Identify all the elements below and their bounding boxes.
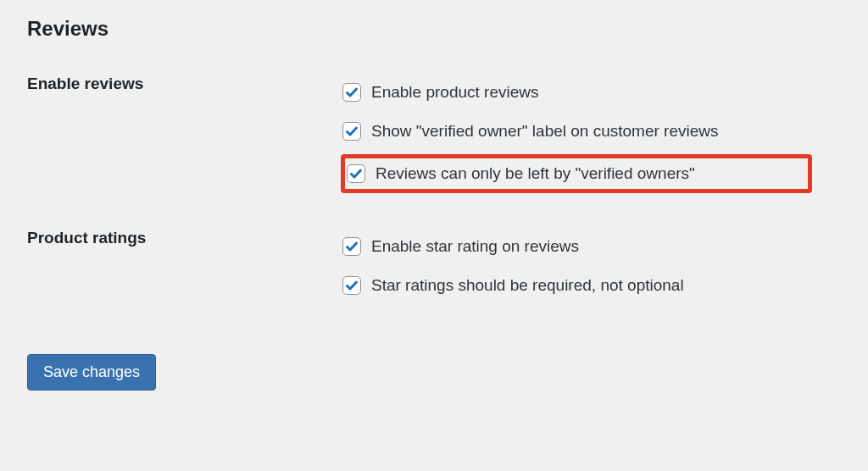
enable-reviews-label: Enable reviews: [27, 73, 341, 93]
product-ratings-label: Product ratings: [27, 227, 341, 247]
checkmark-icon: [345, 125, 359, 138]
settings-form: Enable reviews Enable product reviews Sh…: [27, 73, 841, 305]
verified-owner-label-checkbox[interactable]: [342, 122, 361, 141]
verified-owner-label-field: Show "verified owner" label on customer …: [341, 112, 841, 151]
section-title: Reviews: [27, 17, 841, 41]
enable-star-rating-checkbox[interactable]: [342, 237, 361, 256]
checkmark-icon: [345, 279, 359, 292]
verified-owner-label-text[interactable]: Show "verified owner" label on customer …: [371, 122, 719, 141]
verified-owners-only-label[interactable]: Reviews can only be left by "verified ow…: [376, 164, 695, 183]
verified-owners-only-checkbox[interactable]: [347, 164, 365, 183]
checkmark-icon: [349, 167, 363, 180]
enable-star-rating-field: Enable star rating on reviews: [341, 227, 841, 266]
star-ratings-required-field: Star ratings should be required, not opt…: [341, 266, 841, 305]
checkmark-icon: [345, 86, 359, 99]
star-ratings-required-checkbox[interactable]: [342, 276, 361, 295]
enable-product-reviews-checkbox[interactable]: [342, 83, 361, 102]
enable-star-rating-label[interactable]: Enable star rating on reviews: [371, 237, 579, 256]
enable-product-reviews-label[interactable]: Enable product reviews: [371, 83, 539, 102]
star-ratings-required-label[interactable]: Star ratings should be required, not opt…: [371, 276, 684, 295]
verified-owners-only-field: Reviews can only be left by "verified ow…: [341, 154, 812, 193]
checkmark-icon: [345, 240, 359, 253]
enable-product-reviews-field: Enable product reviews: [341, 73, 841, 112]
product-ratings-fields: Enable star rating on reviews Star ratin…: [341, 227, 841, 305]
enable-reviews-fields: Enable product reviews Show "verified ow…: [341, 73, 841, 193]
save-button[interactable]: Save changes: [27, 354, 156, 391]
product-ratings-row: Product ratings Enable star rating on re…: [27, 227, 841, 305]
enable-reviews-row: Enable reviews Enable product reviews Sh…: [27, 73, 841, 193]
